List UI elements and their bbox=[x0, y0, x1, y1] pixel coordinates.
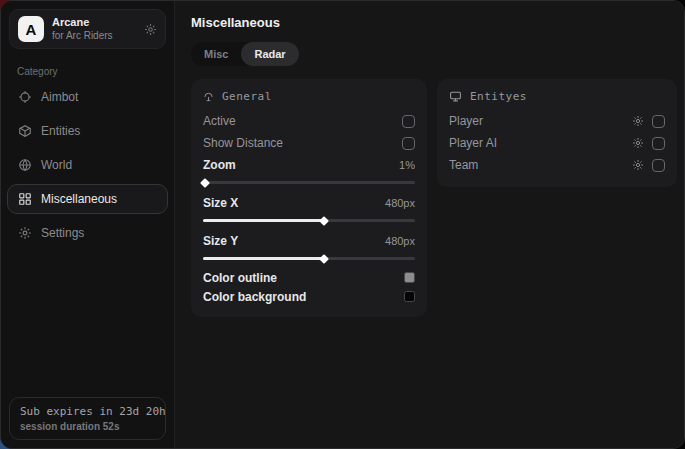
player-ai-label: Player AI bbox=[449, 136, 497, 150]
active-label: Active bbox=[203, 114, 236, 128]
brand-title: Arcane bbox=[52, 16, 113, 29]
player-ai-row: Player AI bbox=[449, 132, 665, 154]
zoom-row: Zoom 1% bbox=[203, 154, 415, 176]
category-label: Category bbox=[17, 66, 174, 77]
sidebar-nav: Aimbot Entities World bbox=[1, 80, 174, 250]
sidebar-item-label: Miscellaneous bbox=[41, 192, 117, 206]
size-x-value: 480px bbox=[385, 197, 415, 209]
team-controls bbox=[632, 159, 665, 172]
general-panel: General Active Show Distance Zoom 1% bbox=[191, 79, 427, 317]
crosshair-icon bbox=[18, 90, 32, 104]
main-content: Miscellaneous Misc Radar General Active bbox=[175, 1, 685, 448]
sidebar-item-label: Entities bbox=[41, 124, 80, 138]
sidebar-item-miscellaneous[interactable]: Miscellaneous bbox=[7, 184, 168, 214]
tab-misc[interactable]: Misc bbox=[191, 42, 241, 66]
brand-subtitle: for Arc Riders bbox=[52, 30, 113, 42]
entities-panel-header: Entityes bbox=[449, 90, 665, 103]
size-y-slider[interactable] bbox=[203, 257, 415, 260]
layout-grid-icon bbox=[18, 192, 32, 206]
color-outline-swatch[interactable] bbox=[404, 272, 415, 283]
player-controls bbox=[632, 115, 665, 128]
active-checkbox[interactable] bbox=[402, 115, 415, 128]
sidebar-item-settings[interactable]: Settings bbox=[7, 218, 168, 248]
team-label: Team bbox=[449, 158, 478, 172]
panels-row: General Active Show Distance Zoom 1% bbox=[191, 79, 677, 317]
active-row: Active bbox=[203, 110, 415, 132]
player-ai-controls bbox=[632, 137, 665, 150]
size-x-slider-thumb[interactable] bbox=[319, 216, 329, 226]
show-distance-row: Show Distance bbox=[203, 132, 415, 154]
team-checkbox[interactable] bbox=[652, 159, 665, 172]
sidebar-spacer bbox=[1, 250, 174, 389]
sidebar-item-label: Settings bbox=[41, 226, 84, 240]
gear-icon[interactable] bbox=[632, 159, 644, 171]
sub-expiry-text: Sub expires in 23d 20h bbox=[20, 405, 155, 418]
brand-card: A Arcane for Arc Riders bbox=[9, 9, 166, 49]
entities-panel-title: Entityes bbox=[470, 90, 527, 103]
page-title: Miscellaneous bbox=[191, 15, 677, 30]
show-distance-checkbox[interactable] bbox=[402, 137, 415, 150]
gear-icon bbox=[18, 226, 32, 240]
monitor-icon bbox=[449, 90, 462, 103]
gear-icon[interactable] bbox=[632, 115, 644, 127]
sidebar-item-label: World bbox=[41, 158, 72, 172]
sidebar-item-world[interactable]: World bbox=[7, 150, 168, 180]
show-distance-label: Show Distance bbox=[203, 136, 283, 150]
brand-logo: A bbox=[18, 16, 44, 42]
general-panel-header: General bbox=[203, 90, 415, 103]
size-y-row: Size Y 480px bbox=[203, 230, 415, 252]
slider-fill bbox=[203, 257, 324, 260]
sidebar: A Arcane for Arc Riders Category bbox=[1, 1, 175, 448]
size-x-slider[interactable] bbox=[203, 219, 415, 222]
size-y-slider-thumb[interactable] bbox=[319, 254, 329, 264]
player-ai-checkbox[interactable] bbox=[652, 137, 665, 150]
zoom-label: Zoom bbox=[203, 158, 236, 172]
cube-icon bbox=[18, 124, 32, 138]
sidebar-item-label: Aimbot bbox=[41, 90, 78, 104]
zoom-value: 1% bbox=[399, 159, 415, 171]
color-outline-row: Color outline bbox=[203, 268, 415, 287]
brand-text: Arcane for Arc Riders bbox=[52, 16, 113, 42]
entities-panel: Entityes Player P bbox=[437, 79, 677, 187]
gear-icon[interactable] bbox=[632, 137, 644, 149]
globe-icon bbox=[18, 158, 32, 172]
tab-radar[interactable]: Radar bbox=[241, 42, 298, 66]
size-y-label: Size Y bbox=[203, 234, 238, 248]
zoom-slider[interactable] bbox=[203, 181, 415, 184]
gear-icon[interactable] bbox=[144, 23, 157, 36]
sidebar-item-aimbot[interactable]: Aimbot bbox=[7, 82, 168, 112]
color-outline-label: Color outline bbox=[203, 271, 277, 285]
size-x-label: Size X bbox=[203, 196, 238, 210]
subscription-card: Sub expires in 23d 20h session duration … bbox=[9, 397, 166, 440]
sidebar-item-entities[interactable]: Entities bbox=[7, 116, 168, 146]
size-y-value: 480px bbox=[385, 235, 415, 247]
size-x-row: Size X 480px bbox=[203, 192, 415, 214]
player-checkbox[interactable] bbox=[652, 115, 665, 128]
color-background-row: Color background bbox=[203, 287, 415, 306]
slider-fill bbox=[203, 219, 324, 222]
radar-icon bbox=[203, 91, 214, 102]
color-background-label: Color background bbox=[203, 290, 306, 304]
app-window: A Arcane for Arc Riders Category bbox=[0, 0, 685, 449]
tab-bar: Misc Radar bbox=[191, 42, 299, 66]
team-row: Team bbox=[449, 154, 665, 176]
session-duration-text: session duration 52s bbox=[20, 421, 155, 432]
player-row: Player bbox=[449, 110, 665, 132]
zoom-slider-thumb[interactable] bbox=[200, 178, 210, 188]
player-label: Player bbox=[449, 114, 483, 128]
general-panel-title: General bbox=[222, 90, 272, 103]
color-background-swatch[interactable] bbox=[404, 291, 415, 302]
